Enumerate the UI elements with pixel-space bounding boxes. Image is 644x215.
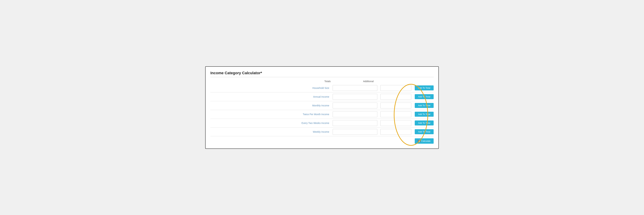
save-icon: 💾 xyxy=(418,140,420,142)
label-twice-per-month-income: Twice Per Month Income xyxy=(284,113,329,116)
input-every-two-weeks-income-additional[interactable] xyxy=(380,120,411,126)
add-to-total-weekly-income[interactable]: Add To Total xyxy=(415,129,434,134)
input-twice-per-month-income-additional[interactable] xyxy=(380,111,411,117)
row-annual-income: Annual Income Add To Total xyxy=(210,92,434,101)
add-to-total-every-two-weeks-income[interactable]: Add To Total xyxy=(415,120,434,125)
label-household-size: Household Size xyxy=(284,87,329,89)
row-every-two-weeks-income: Every Two Weeks Income Add To Total xyxy=(210,119,434,127)
input-monthly-income-totals[interactable] xyxy=(333,103,377,108)
calculator-card: Income Category Calculator* Totals Addit… xyxy=(205,66,439,149)
row-monthly-income: Monthly Income Add To Total xyxy=(210,101,434,110)
totals-column-header: Totals xyxy=(305,80,350,83)
row-household-size: Household Size Add To Total xyxy=(210,84,434,92)
label-weekly-income: Weekly Income xyxy=(284,130,329,133)
input-weekly-income-additional[interactable] xyxy=(380,129,411,135)
column-headers: Totals Additional xyxy=(210,80,434,83)
add-to-total-household-size[interactable]: Add To Total xyxy=(415,85,434,90)
input-annual-income-additional[interactable] xyxy=(380,94,411,100)
additional-column-header: Additional xyxy=(353,80,384,83)
label-monthly-income: Monthly Income xyxy=(284,104,329,107)
calculate-button[interactable]: 💾 Calculate xyxy=(415,138,434,144)
add-to-total-twice-per-month-income[interactable]: Add To Total xyxy=(415,112,434,117)
page-title: Income Category Calculator* xyxy=(210,71,434,77)
label-every-two-weeks-income: Every Two Weeks Income xyxy=(284,122,329,124)
label-annual-income: Annual Income xyxy=(284,95,329,98)
row-weekly-income: Weekly Income Add To Total xyxy=(210,127,434,136)
input-monthly-income-additional[interactable] xyxy=(380,103,411,108)
bottom-actions: 💾 Calculate xyxy=(210,138,434,144)
input-every-two-weeks-income-totals[interactable] xyxy=(333,120,377,126)
input-annual-income-totals[interactable] xyxy=(333,94,377,100)
input-household-size-totals[interactable] xyxy=(333,85,377,91)
outer-wrapper: Income Category Calculator* Totals Addit… xyxy=(202,60,442,156)
add-to-total-monthly-income[interactable]: Add To Total xyxy=(415,103,434,108)
row-twice-per-month-income: Twice Per Month Income Add To Total xyxy=(210,110,434,119)
table-area: Totals Additional Household Size Add To … xyxy=(210,80,434,136)
add-to-total-annual-income[interactable]: Add To Total xyxy=(415,94,434,99)
calculate-button-label: Calculate xyxy=(421,140,430,142)
input-twice-per-month-income-totals[interactable] xyxy=(333,111,377,117)
input-household-size-additional[interactable] xyxy=(380,85,411,91)
input-weekly-income-totals[interactable] xyxy=(333,129,377,135)
